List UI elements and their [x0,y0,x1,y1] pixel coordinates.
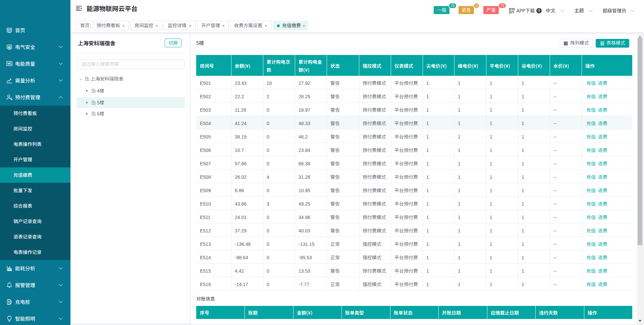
svg-text:?: ? [538,9,540,13]
